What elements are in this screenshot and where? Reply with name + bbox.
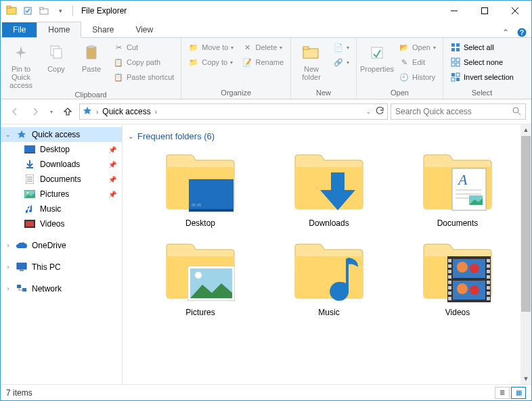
- svg-rect-69: [448, 259, 451, 262]
- scroll-up-button[interactable]: ▲: [520, 124, 531, 135]
- expand-icon[interactable]: ›: [5, 242, 12, 249]
- svg-point-40: [27, 192, 29, 194]
- folder-item-desktop[interactable]: Desktop: [156, 152, 244, 228]
- address-bar[interactable]: › Quick access › ⌄: [79, 103, 388, 120]
- section-header-frequent[interactable]: ⌄ Frequent folders (6): [123, 124, 531, 145]
- svg-point-68: [470, 285, 479, 295]
- sidebar-item-videos[interactable]: Videos: [1, 216, 122, 231]
- svg-rect-79: [487, 270, 490, 273]
- close-button[interactable]: [500, 1, 530, 20]
- chevron-right-icon[interactable]: ›: [155, 108, 157, 116]
- expand-icon[interactable]: ⌄: [5, 131, 12, 138]
- back-button[interactable]: [6, 103, 24, 120]
- svg-rect-15: [303, 49, 318, 58]
- large-icons-view-button[interactable]: ▦: [511, 387, 526, 399]
- paste-icon: [81, 42, 102, 64]
- sidebar-item-network[interactable]: › Network: [1, 281, 122, 296]
- pin-to-quick-access-button[interactable]: Pin to Quick access: [5, 39, 37, 89]
- properties-button[interactable]: Properties: [361, 39, 393, 73]
- svg-rect-50: [189, 209, 234, 212]
- tab-share[interactable]: Share: [81, 22, 125, 37]
- scroll-down-button[interactable]: ▼: [520, 373, 531, 384]
- svg-rect-42: [26, 221, 34, 227]
- move-to-button[interactable]: 📁Move to▾: [185, 41, 236, 54]
- scroll-thumb[interactable]: [521, 136, 531, 312]
- new-item-button[interactable]: 📄▾: [330, 41, 352, 54]
- svg-rect-21: [456, 48, 460, 51]
- copy-path-button[interactable]: 📋Copy path: [110, 55, 177, 69]
- select-all-button[interactable]: Select all: [447, 41, 516, 54]
- select-none-button[interactable]: Select none: [447, 55, 516, 69]
- expand-icon[interactable]: ›: [5, 285, 12, 292]
- this-pc-icon: [16, 262, 28, 273]
- pin-icon: [10, 42, 32, 64]
- svg-rect-52: [197, 204, 201, 206]
- svg-rect-14: [89, 45, 94, 48]
- qat-newfolder-icon[interactable]: [37, 4, 51, 18]
- svg-rect-18: [451, 43, 455, 47]
- recent-locations-button[interactable]: ▾: [47, 103, 56, 120]
- window-title: File Explorer: [81, 6, 127, 16]
- details-view-button[interactable]: ≣: [495, 387, 510, 399]
- svg-rect-28: [451, 78, 455, 81]
- breadcrumb-root[interactable]: Quick access: [102, 107, 150, 116]
- search-box[interactable]: Search Quick access: [391, 103, 526, 120]
- svg-point-64: [457, 262, 468, 273]
- qat-properties-icon[interactable]: [21, 4, 35, 18]
- folder-item-downloads[interactable]: Downloads: [285, 152, 373, 228]
- folder-item-documents[interactable]: A Documents: [414, 152, 502, 228]
- tab-home[interactable]: Home: [37, 22, 81, 38]
- documents-icon: [24, 174, 36, 185]
- sidebar-item-downloads[interactable]: Downloads 📌: [1, 157, 122, 172]
- folder-item-pictures[interactable]: Pictures: [156, 241, 244, 317]
- sidebar-item-onedrive[interactable]: › OneDrive: [1, 238, 122, 253]
- copy-to-button[interactable]: 📁Copy to▾: [185, 55, 236, 69]
- maximize-button[interactable]: [469, 1, 500, 20]
- up-button[interactable]: [59, 103, 76, 120]
- sidebar-item-this-pc[interactable]: › This PC: [1, 260, 122, 275]
- tab-view[interactable]: View: [125, 22, 164, 37]
- tab-file[interactable]: File: [2, 22, 37, 37]
- ribbon-group-new: New folder 📄▾ 🔗▾ New: [291, 38, 357, 99]
- title-bar: ▾ File Explorer: [1, 1, 531, 21]
- vertical-scrollbar[interactable]: ▲ ▼: [520, 124, 531, 384]
- folder-item-videos[interactable]: Videos: [414, 241, 502, 317]
- expand-icon[interactable]: ›: [5, 264, 12, 270]
- svg-rect-33: [24, 152, 35, 154]
- new-folder-button[interactable]: New folder: [295, 39, 328, 81]
- open-button[interactable]: 📂Open▾: [396, 41, 439, 54]
- svg-rect-81: [487, 281, 490, 284]
- sidebar-item-quick-access[interactable]: ⌄ Quick access: [1, 127, 122, 142]
- cut-button[interactable]: ✂Cut: [110, 41, 177, 54]
- copy-button[interactable]: Copy: [40, 39, 72, 73]
- rename-button[interactable]: 📝Rename: [239, 55, 286, 69]
- paste-button[interactable]: Paste: [75, 39, 108, 73]
- help-button[interactable]: ?: [514, 28, 530, 37]
- history-button[interactable]: 🕘History: [396, 70, 439, 84]
- sidebar-item-music[interactable]: Music: [1, 202, 122, 216]
- sidebar-item-pictures[interactable]: Pictures 📌: [1, 187, 122, 202]
- svg-rect-83: [487, 291, 490, 295]
- svg-point-30: [513, 108, 518, 113]
- ribbon-group-clipboard: Pin to Quick access Copy Paste ✂Cut 📋Cop…: [1, 38, 181, 99]
- navigation-bar: ▾ › Quick access › ⌄ Search Quick access: [1, 99, 531, 124]
- ribbon-collapse-button[interactable]: ⌃: [497, 28, 514, 37]
- paste-shortcut-button[interactable]: 📋Paste shortcut: [110, 70, 177, 84]
- folder-item-music[interactable]: Music: [285, 241, 373, 317]
- svg-rect-74: [448, 286, 451, 289]
- sidebar-item-desktop[interactable]: Desktop 📌: [1, 142, 122, 157]
- easy-access-button[interactable]: 🔗▾: [330, 55, 352, 69]
- forward-button[interactable]: [26, 103, 44, 120]
- svg-rect-84: [487, 297, 490, 300]
- svg-line-31: [518, 112, 520, 115]
- chevron-right-icon[interactable]: ›: [96, 108, 98, 116]
- sidebar-item-documents[interactable]: Documents 📌: [1, 172, 122, 187]
- address-dropdown-button[interactable]: ⌄: [366, 109, 371, 115]
- refresh-button[interactable]: [375, 106, 384, 118]
- edit-button[interactable]: ✎Edit: [396, 55, 439, 69]
- invert-selection-button[interactable]: Invert selection: [447, 70, 516, 84]
- minimize-button[interactable]: [439, 1, 469, 20]
- delete-button[interactable]: ✕Delete▾: [239, 41, 286, 54]
- pin-icon: 📌: [108, 146, 116, 154]
- qat-customize-icon[interactable]: ▾: [53, 4, 67, 18]
